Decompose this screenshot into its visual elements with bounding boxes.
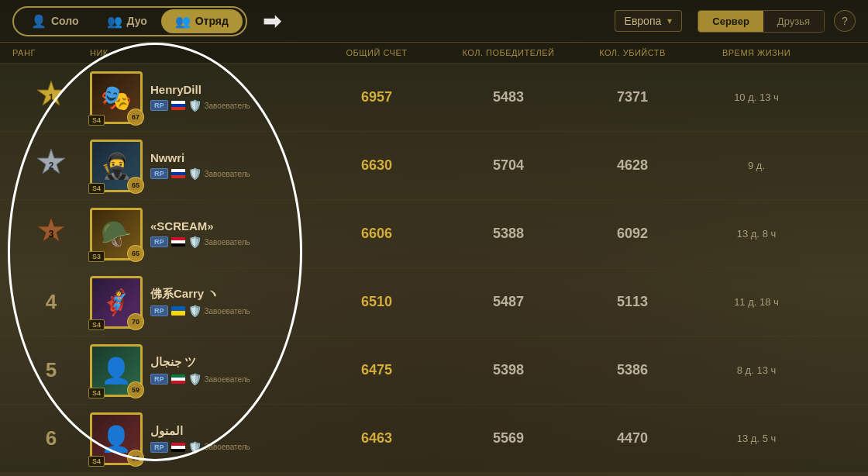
time-cell: 8 д. 13 ч (694, 364, 818, 376)
server-button[interactable]: Сервер (698, 11, 763, 32)
table-row[interactable]: 1 🎭 S4 67 HenryDill RP 🛡️ Завоеватель 69… (0, 64, 868, 132)
rank-icon: 🛡️ (188, 236, 202, 248)
rank-icon: 🛡️ (188, 167, 202, 180)
season-badge: S4 (88, 388, 105, 398)
player-name: Nwwri (150, 151, 250, 164)
avatar-wrapper: 🥷 S4 65 (90, 140, 143, 192)
player-name: «SCREAM» (150, 219, 250, 233)
rank-icon: 🛡️ (188, 305, 202, 317)
player-name: جنجال ツ (150, 355, 250, 370)
player-cell: 🎭 S4 67 HenryDill RP 🛡️ Завоеватель (90, 71, 307, 124)
score-cell: 6510 (307, 294, 446, 310)
svg-text:1: 1 (49, 92, 54, 103)
header-time: Время жизни (694, 46, 818, 60)
rp-badge: RP (150, 305, 168, 316)
rank-icon: 🛡️ (188, 441, 202, 454)
rank-number: 4 (46, 290, 57, 314)
flag-icon (171, 374, 185, 384)
table-row[interactable]: 4 🦸 S4 70 佛系Carry ヽ RP 🛡️ Завоеватель 65… (0, 268, 868, 336)
score-cell: 6957 (307, 89, 446, 105)
time-cell: 9 д. (694, 160, 818, 171)
table-row[interactable]: 5 👤 S4 59 جنجال ツ RP 🛡️ Завоеватель 6475… (0, 336, 868, 405)
mode-tabs-container: 👤 Соло 👥 Дуо 👥 Отряд (12, 6, 247, 36)
table-header: Ранг Ник Общий счет Кол. победителей Кол… (0, 43, 868, 64)
player-badges: RP 🛡️ Завоеватель (150, 236, 250, 248)
player-cell: 🦸 S4 70 佛系Carry ヽ RP 🛡️ Завоеватель (90, 276, 307, 329)
rp-badge: RP (150, 374, 168, 385)
rank-cell: 1 (12, 78, 90, 118)
squad-label: Отряд (195, 15, 229, 27)
kills-cell: 5388 (446, 226, 570, 242)
help-button[interactable]: ? (834, 10, 856, 32)
player-cell: 👤 S4 59 جنجال ツ RP 🛡️ Завоеватель (90, 344, 307, 397)
player-cell: 👤 S4 59 المنول RP 🛡️ Завоеватель (90, 412, 307, 465)
flag-icon (171, 443, 185, 452)
header-nick: Ник (90, 46, 307, 60)
player-info: HenryDill RP 🛡️ Завоеватель (150, 83, 250, 112)
rank-title: Завоеватель (205, 102, 250, 110)
svg-text:3: 3 (49, 229, 54, 240)
table-row[interactable]: 2 🥷 S4 65 Nwwri RP 🛡️ Завоеватель 663057… (0, 132, 868, 200)
rank-medal: 3 (31, 214, 71, 254)
level-badge: 59 (127, 381, 144, 398)
player-info: جنجال ツ RP 🛡️ Завоеватель (150, 355, 250, 385)
player-info: 佛系Carry ヽ RP 🛡️ Завоеватель (150, 287, 250, 317)
kd-cell: 6092 (570, 226, 694, 242)
kills-cell: 5398 (446, 362, 570, 378)
rank-cell: 4 (12, 290, 90, 314)
solo-label: Соло (51, 15, 79, 27)
rank-cell: 6 (12, 426, 90, 450)
main-content: 👤 Соло 👥 Дуо 👥 Отряд ➡ Европа ▾ Сервер Д… (0, 0, 868, 476)
flag-icon (171, 306, 185, 316)
player-badges: RP 🛡️ Завоеватель (150, 441, 250, 454)
region-selector[interactable]: Европа ▾ (615, 10, 683, 32)
header-kd: Кол. убийств (570, 46, 694, 60)
table-row[interactable]: 6 👤 S4 59 المنول RP 🛡️ Завоеватель 64635… (0, 405, 868, 473)
solo-icon: 👤 (31, 14, 46, 29)
level-badge: 59 (127, 450, 144, 467)
tab-squad[interactable]: 👥 Отряд (161, 9, 243, 33)
kd-cell: 4628 (570, 157, 694, 174)
rank-title: Завоеватель (205, 307, 250, 316)
rank-title: Завоеватель (205, 375, 250, 384)
squad-icon: 👥 (175, 14, 191, 29)
player-badges: RP 🛡️ Завоеватель (150, 99, 250, 112)
season-badge: S4 (88, 319, 105, 330)
arrow-hint: ➡ (263, 9, 281, 34)
kd-cell: 4470 (570, 430, 694, 447)
rp-badge: RP (150, 100, 168, 111)
svg-text:2: 2 (49, 160, 54, 171)
rp-badge: RP (150, 442, 168, 453)
flag-icon (171, 169, 185, 178)
season-badge: S4 (88, 183, 105, 194)
tab-duo[interactable]: 👥 Дуо (93, 9, 161, 33)
rank-cell: 2 (12, 146, 90, 186)
duo-label: Дуо (127, 15, 147, 27)
rank-number: 5 (46, 358, 57, 382)
friends-button[interactable]: Друзья (763, 11, 824, 32)
rank-number: 6 (46, 426, 57, 450)
kd-cell: 5386 (570, 362, 694, 378)
kills-cell: 5487 (446, 294, 570, 310)
rank-icon: 🛡️ (188, 373, 202, 385)
flag-icon (171, 237, 185, 247)
rank-title: Завоеватель (205, 238, 250, 247)
table-row[interactable]: 3 🪖 S3 65 «SCREAM» RP 🛡️ Завоеватель 660… (0, 200, 868, 268)
chevron-down-icon: ▾ (667, 16, 672, 26)
tab-solo[interactable]: 👤 Соло (17, 9, 93, 33)
time-cell: 11 д. 18 ч (694, 296, 818, 308)
avatar-wrapper: 🦸 S4 70 (90, 276, 143, 329)
duo-icon: 👥 (107, 14, 122, 29)
player-name: المنول (150, 424, 250, 438)
header-score: Общий счет (307, 46, 446, 60)
kills-cell: 5483 (446, 89, 570, 105)
rank-cell: 5 (12, 358, 90, 382)
rank-icon: 🛡️ (188, 99, 202, 112)
score-cell: 6475 (307, 362, 446, 378)
avatar-wrapper: 🪖 S3 65 (90, 208, 143, 260)
kills-cell: 5569 (446, 430, 570, 447)
player-badges: RP 🛡️ Завоеватель (150, 305, 250, 317)
region-label: Европа (625, 15, 662, 27)
rank-medal: 2 (31, 146, 71, 186)
time-cell: 13 д. 5 ч (694, 433, 818, 444)
